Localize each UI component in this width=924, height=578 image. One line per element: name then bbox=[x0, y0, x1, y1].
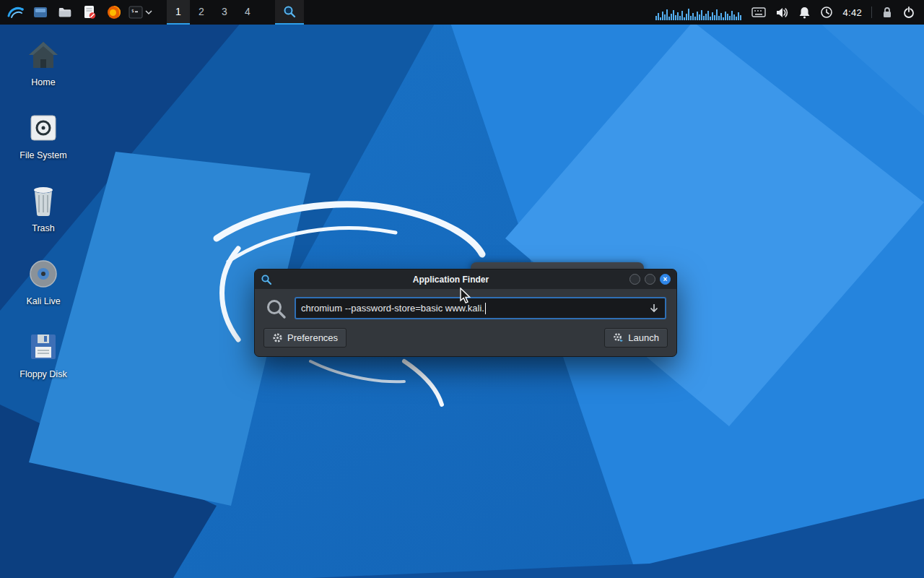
close-button[interactable]: × bbox=[660, 274, 671, 285]
app-finder-task-icon bbox=[283, 5, 296, 18]
launch-button[interactable]: Launch bbox=[604, 328, 668, 348]
workspace-1[interactable]: 1 bbox=[167, 0, 190, 25]
file-manager-icon bbox=[33, 6, 48, 19]
desktop-icon-label: Floppy Disk bbox=[19, 369, 66, 379]
maximize-button[interactable] bbox=[645, 274, 655, 285]
folder-icon bbox=[58, 6, 72, 19]
svg-text:$: $ bbox=[131, 8, 134, 13]
terminal-icon: $ bbox=[128, 6, 143, 19]
dialog-buttons: Preferences Launch bbox=[255, 325, 676, 356]
preferences-label: Preferences bbox=[287, 332, 338, 343]
kali-menu-icon bbox=[6, 4, 25, 20]
window-app-icon bbox=[261, 274, 272, 285]
text-editor-launcher[interactable] bbox=[79, 1, 100, 23]
desktop-icon-list: Home File System Trash bbox=[12, 38, 75, 379]
trash-icon bbox=[30, 185, 57, 217]
terminal-launcher[interactable]: $ bbox=[128, 1, 152, 23]
gear-icon bbox=[272, 332, 283, 343]
notifications-icon[interactable] bbox=[798, 6, 811, 19]
volume-icon[interactable] bbox=[775, 7, 789, 19]
file-system-icon bbox=[28, 113, 58, 143]
panel-separator bbox=[871, 7, 872, 18]
desktop-icon-home[interactable]: Home bbox=[12, 38, 75, 87]
workspace-2[interactable]: 2 bbox=[190, 0, 213, 25]
lock-screen-icon[interactable] bbox=[881, 6, 893, 19]
folder-launcher[interactable] bbox=[55, 1, 75, 23]
session-power-icon[interactable] bbox=[902, 6, 915, 19]
command-input-value: chromium --password-store=basic www.kali… bbox=[301, 303, 484, 314]
desktop-icon-label: Home bbox=[31, 77, 55, 87]
application-finder-window: Application Finder × chromium --password… bbox=[254, 269, 677, 357]
taskbar-application-finder[interactable] bbox=[275, 0, 304, 25]
minimize-button[interactable] bbox=[629, 274, 640, 285]
combo-dropdown-arrow-icon[interactable] bbox=[648, 303, 660, 314]
file-manager-launcher[interactable] bbox=[30, 1, 51, 23]
desktop-icon-floppy-disk[interactable]: Floppy Disk bbox=[12, 329, 75, 379]
panel-status-area: 4:42 bbox=[655, 4, 918, 20]
preferences-button[interactable]: Preferences bbox=[263, 328, 346, 348]
desktop-icon-label: Trash bbox=[32, 223, 55, 233]
desktop-icon-file-system[interactable]: File System bbox=[12, 111, 75, 160]
workspace-switcher: 1 2 3 4 bbox=[167, 0, 259, 25]
desktop-icon-trash[interactable]: Trash bbox=[12, 184, 75, 233]
text-caret bbox=[485, 303, 486, 314]
window-title: Application Finder bbox=[276, 275, 625, 285]
command-input[interactable]: chromium --password-store=basic www.kali… bbox=[295, 297, 666, 319]
optical-disc-icon bbox=[28, 259, 58, 289]
desktop-icon-label: Kali Live bbox=[26, 296, 60, 306]
top-panel: $ 1 2 3 4 bbox=[0, 0, 924, 25]
search-row: chromium --password-store=basic www.kali… bbox=[255, 289, 676, 325]
text-editor-icon bbox=[83, 5, 96, 20]
floppy-disk-icon bbox=[29, 332, 58, 361]
browser-launcher[interactable] bbox=[104, 1, 124, 23]
panel-clock[interactable]: 4:42 bbox=[842, 7, 862, 18]
desktop: $ 1 2 3 4 bbox=[0, 0, 924, 578]
run-gear-icon bbox=[613, 332, 624, 343]
desktop-icon-label: File System bbox=[19, 150, 66, 160]
launch-label: Launch bbox=[628, 332, 659, 343]
cpu-graph[interactable] bbox=[655, 4, 742, 20]
keyboard-indicator-icon[interactable] bbox=[751, 7, 766, 17]
workspace-4[interactable]: 4 bbox=[236, 0, 259, 25]
search-icon bbox=[265, 298, 287, 319]
desktop-icon-kali-live[interactable]: Kali Live bbox=[12, 256, 75, 306]
applications-menu-button[interactable] bbox=[6, 1, 26, 23]
titlebar[interactable]: Application Finder × bbox=[255, 269, 676, 289]
chevron-down-icon[interactable] bbox=[145, 9, 152, 15]
workspace-3[interactable]: 3 bbox=[213, 0, 236, 25]
home-icon bbox=[27, 40, 59, 69]
status-icon[interactable] bbox=[820, 6, 833, 19]
firefox-icon bbox=[107, 5, 121, 20]
